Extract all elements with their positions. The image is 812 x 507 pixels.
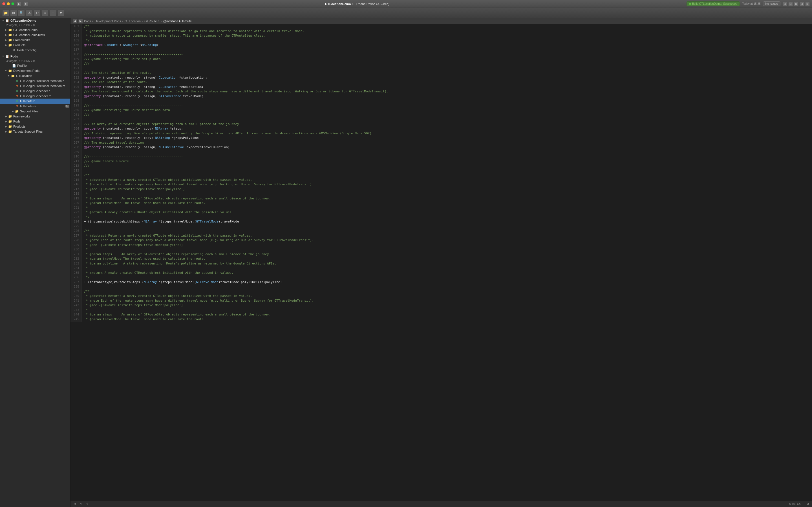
code-line-231: 231 * @param steps An array of GTRouteSt… [70,252,812,257]
code-line-245: 245 * @param travelMode The travel mode … [70,317,812,322]
sidebar-item-pods-xcconfig[interactable]: ⚙ Pods.xcconfig [0,48,70,53]
assistant-toggle[interactable]: ⊠ [794,2,799,6]
code-line-206: 206 @property (nonatomic, readonly, copy… [70,136,812,140]
sidebar-item-label: Pods [10,55,18,58]
nav-forward-button[interactable]: ▶ [79,19,83,23]
grid-icon-btn[interactable]: ⊞ [10,10,17,16]
folder-icon-btn[interactable]: 📁 [2,10,9,16]
breadcrumb-sep3: ▸ [142,19,143,22]
sidebar-item-gtgooglegeocode-h[interactable]: H GTGoogleGeocoder.h [0,89,70,94]
code-line-210: 210 ///---------------------------------… [70,154,812,159]
code-line-195: 195 @property (nonatomic, readonly, stro… [70,85,812,90]
warning-icon[interactable]: ⚠ [79,502,83,506]
maximize-button[interactable] [11,2,14,5]
sidebar-item-label: Podfile [17,64,27,67]
main-content: ▼ 📋 GTLocationDemo 2 targets, iOS SDK 7.… [0,18,812,507]
sidebar-item-products2[interactable]: ▶ 📁 Products [0,124,70,129]
sidebar-item-pods2[interactable]: ▶ 📁 Pods [0,119,70,124]
sidebar-item-label: GTLocationDemo [13,28,38,32]
sidebar-item-targets-support[interactable]: ▶ 📁 Targets Support Files [0,129,70,134]
code-line-233: 233 * @param polyline A string represent… [70,262,812,266]
code-line-200: 200 /// @name Retreiving the Route direc… [70,108,812,113]
sidebar-item-gtroute-h[interactable]: H GTRoute.h [0,99,70,104]
close-button[interactable] [2,2,5,5]
issues-badge: No Issues [763,1,780,6]
code-line-211: 211 /// @name Create a Route [70,159,812,164]
undo-icon-btn[interactable]: ↩ [34,10,41,16]
h-file-icon: H [15,79,19,83]
breadcrumb-sep1: ▸ [92,19,94,22]
m-file-icon: M [15,104,19,108]
run-button[interactable]: ▶ [17,2,21,6]
debug-toggle[interactable]: ⊟ [788,2,793,6]
breadcrumb-sep2: ▸ [122,19,123,22]
stop-button[interactable]: ■ [23,2,28,6]
sidebar-item-gtlocationdemo-folder[interactable]: ▶ 📁 GTLocationDemo [0,27,70,33]
minimize-button[interactable] [7,2,10,5]
sidebar-item-label: Products [13,125,26,128]
m-file-icon: M [15,94,19,98]
breadcrumb-pods[interactable]: Pods [84,19,91,23]
sidebar-item-gtgoogledirop-m[interactable]: M GTGoogleDirectionsOperation.m [0,83,70,89]
sidebar-item-podfile[interactable]: 📄 Podfile [0,63,70,68]
window-controls[interactable] [2,2,14,5]
sidebar-item-frameworks2[interactable]: ▶ 📁 Frameworks [0,114,70,119]
sidebar-item-gtlocationdemo[interactable]: ▼ 📋 GTLocationDemo [0,18,70,23]
build-time: Today at 15:25 [742,2,761,5]
list-icon-btn[interactable]: ≡ [42,10,49,16]
search-icon-btn[interactable]: 🔍 [18,10,25,16]
filter-icon-btn[interactable]: ▼ [57,10,64,16]
folder-icon: 📁 [8,114,12,118]
info-icon[interactable]: ℹ [85,502,89,506]
folder-icon: 📁 [8,69,12,73]
code-line-189: 189 /// @name Retrieving the Route setup… [70,57,812,62]
code-line-213: 213 [70,168,812,173]
code-line-194: 194 /// The end location of the route. [70,80,812,85]
sidebar-item-gtgooglegeocode-m[interactable]: M GTGoogleGeocoder.m [0,94,70,99]
sidebar-item-label: GTGoogleDirectionsOperation.m [20,84,65,88]
folder-icon: 📁 [8,129,12,133]
h-file-icon: H [15,89,19,93]
titlebar-center: GTLocationDemo ▸ iPhone Retina (3.5-inch… [30,2,684,6]
code-line-216: 216 * @note Each of the route steps many… [70,182,812,187]
sidebar-item-frameworks1[interactable]: ▶ 📁 Frameworks [0,38,70,43]
code-line-184: 184 * @discussion A route is composed by… [70,34,812,38]
xcconfig-icon: ⚙ [12,48,16,52]
breadcrumb-gtlocation[interactable]: GTLocation [124,19,141,23]
add-icon[interactable]: ⊕ [73,502,77,506]
code-line-205: 205 /// A string representing Route's po… [70,131,812,136]
breadcrumb-interface[interactable]: @interface GTRoute [163,19,192,23]
sidebar-item-support-files[interactable]: ▶ 📁 Support Files [0,109,70,114]
utilities-toggle[interactable]: ⊡ [800,2,804,6]
arrow-icon: ▶ [11,110,15,113]
modified-badge: M [65,105,69,108]
code-line-207: 207 /// The expected travel duration [70,140,812,145]
arrow-icon: ▶ [4,125,8,128]
code-line-191: 191 [70,66,812,71]
arrow-icon: ▶ [4,29,8,31]
sidebar-item-gtlocation[interactable]: ▼ 📁 GTLocation [0,73,70,78]
layout-toggle[interactable]: ⊞ [805,2,810,6]
warning-icon-btn[interactable]: ⚠ [26,10,33,16]
sidebar-item-gtgoogledirop-h[interactable]: H GTGoogleDirectionsOperation.h [0,78,70,83]
code-line-226: 226 /** [70,229,812,233]
hierarchy-icon-btn[interactable]: ⊟ [50,10,56,16]
device-name: iPhone Retina (3.5-inch) [356,2,389,6]
breadcrumb-gtroute-h[interactable]: GTRoute.h [144,19,160,23]
nav-back-button[interactable]: ◀ [73,19,77,23]
code-editor[interactable]: 182 /** 183 * @abstract GTRoute represen… [70,24,812,501]
settings-icon[interactable]: ⚙ [806,502,810,506]
sidebar-item-label: GTGoogleDirectionsOperation.h [20,79,64,82]
code-line-182: 182 /** [70,24,812,29]
sidebar-item-pods-root[interactable]: ▼ 📋 Pods [0,54,70,59]
sidebar-item-gtroute-m[interactable]: M GTRoute.m M [0,104,70,109]
breadcrumb-devpods[interactable]: Development Pods [95,19,121,23]
code-line-232: 232 * @param travelMode The travel mode … [70,257,812,262]
sidebar-item-devpods[interactable]: ▼ 📁 Development Pods [0,68,70,73]
sidebar-item-products1[interactable]: ▶ 📁 Products [0,43,70,48]
editor-container: ◀ ▶ Pods ▸ Development Pods ▸ GTLocation… [70,18,812,507]
sidebar-item-label: GTGoogleGeocoder.h [20,89,50,93]
sidebar-item-label: Support Files [20,110,38,113]
sidebar-item-gtlocationdemoTests[interactable]: ▶ 📁 GTLocationDemoTests [0,33,70,38]
navigator-toggle[interactable]: ⊞ [783,2,787,6]
